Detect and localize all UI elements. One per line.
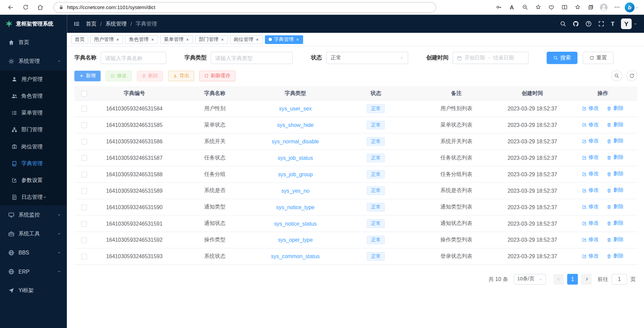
close-icon[interactable]: [116, 38, 120, 41]
row-edit-button[interactable]: 修改: [582, 138, 599, 145]
fullscreen-icon[interactable]: [598, 20, 605, 27]
dict-type-input[interactable]: [211, 52, 293, 64]
browser-essentials-icon[interactable]: [546, 2, 557, 13]
tab-roles[interactable]: 角色管理: [125, 35, 158, 44]
sidebar-item-erp[interactable]: ERP: [0, 262, 67, 281]
password-manager-icon[interactable]: [493, 2, 504, 13]
back-button[interactable]: [5, 1, 16, 13]
tab-menus[interactable]: 菜单管理: [160, 35, 193, 44]
row-delete-button[interactable]: 删除: [607, 138, 624, 145]
sidebar-item-posts[interactable]: 岗位管理: [0, 138, 67, 155]
sidebar-item-departments[interactable]: 部门管理: [0, 121, 67, 138]
close-icon[interactable]: [256, 38, 259, 41]
sidebar-item-home[interactable]: 首页: [0, 33, 67, 52]
address-bar[interactable]: https://ccnetcore.com:1101/system/dict: [53, 2, 436, 13]
edit-button[interactable]: 修改: [105, 71, 132, 81]
sidebar-item-users[interactable]: 用户管理: [0, 71, 67, 87]
breadcrumb-home[interactable]: 首页: [86, 20, 97, 28]
delete-button[interactable]: 删除: [137, 71, 163, 81]
select-all-checkbox[interactable]: [81, 91, 87, 96]
export-button[interactable]: 导出: [168, 71, 194, 81]
more-options-icon[interactable]: [611, 2, 622, 13]
refresh-table-button[interactable]: [626, 70, 637, 81]
dict-type-link[interactable]: sys_notice_status: [274, 220, 316, 226]
row-delete-button[interactable]: 删除: [607, 220, 624, 227]
sidebar-item-dictionary[interactable]: 字典管理: [0, 155, 67, 172]
sidebar-item-yi-framework[interactable]: Yi框架: [0, 281, 67, 300]
row-checkbox[interactable]: [81, 237, 87, 243]
sidebar-item-system-management[interactable]: 系统管理: [0, 52, 67, 71]
tab-departments[interactable]: 部门管理: [195, 35, 228, 44]
row-checkbox[interactable]: [81, 155, 87, 161]
row-delete-button[interactable]: 删除: [607, 154, 624, 161]
zoom-icon[interactable]: [519, 2, 530, 13]
row-edit-button[interactable]: 修改: [582, 105, 599, 112]
close-icon[interactable]: [186, 38, 189, 41]
tab-posts[interactable]: 岗位管理: [230, 35, 263, 44]
refresh-cache-button[interactable]: 刷新缓存: [199, 71, 235, 81]
toggle-search-button[interactable]: [611, 70, 622, 81]
sidebar-item-system-tools[interactable]: 系统工具: [0, 224, 67, 243]
row-checkbox[interactable]: [81, 172, 87, 177]
row-delete-button[interactable]: 删除: [607, 187, 624, 194]
row-edit-button[interactable]: 修改: [582, 203, 599, 210]
collections-icon[interactable]: [585, 2, 596, 13]
row-edit-button[interactable]: 修改: [582, 187, 599, 194]
status-select[interactable]: 正常: [326, 52, 408, 64]
row-checkbox[interactable]: [81, 204, 87, 210]
split-screen-icon[interactable]: [559, 2, 570, 13]
end-date-input[interactable]: 结束日期: [493, 54, 514, 61]
next-page-button[interactable]: [581, 274, 592, 284]
home-button[interactable]: [35, 1, 46, 13]
refresh-button[interactable]: [20, 1, 31, 13]
dict-type-link[interactable]: sys_job_status: [278, 155, 313, 161]
row-edit-button[interactable]: 修改: [582, 121, 599, 128]
row-edit-button[interactable]: 修改: [582, 154, 599, 161]
font-size-icon[interactable]: T: [611, 20, 614, 27]
breadcrumb-system[interactable]: 系统管理: [105, 20, 127, 28]
start-date-input[interactable]: 开始日期: [464, 54, 485, 61]
dict-type-link[interactable]: sys_notice_type: [276, 204, 315, 210]
profile-avatar[interactable]: [598, 2, 609, 13]
chevron-down-icon[interactable]: [633, 22, 637, 26]
sidebar-item-menus[interactable]: 菜单管理: [0, 104, 67, 121]
row-delete-button[interactable]: 删除: [607, 253, 624, 260]
bing-icon[interactable]: b: [625, 2, 634, 12]
date-range-picker[interactable]: 开始日期 - 结束日期: [453, 52, 528, 64]
user-avatar[interactable]: Y: [621, 18, 632, 29]
read-aloud-icon[interactable]: A: [506, 2, 517, 13]
row-delete-button[interactable]: 删除: [607, 236, 624, 243]
row-checkbox[interactable]: [81, 188, 87, 194]
search-icon[interactable]: [560, 20, 567, 27]
dict-type-link[interactable]: sys_yes_no: [281, 187, 310, 193]
row-edit-button[interactable]: 修改: [582, 253, 599, 260]
tab-home[interactable]: 首页: [71, 35, 88, 44]
dict-type-link[interactable]: sys_normal_disable: [272, 138, 319, 144]
sidebar-item-parameters[interactable]: 参数设置: [0, 172, 67, 188]
row-checkbox[interactable]: [81, 221, 87, 227]
sidebar-toggle[interactable]: [74, 20, 80, 27]
close-icon[interactable]: [221, 38, 224, 41]
dict-name-input[interactable]: [101, 52, 167, 64]
close-icon[interactable]: [151, 38, 154, 41]
search-button[interactable]: 搜索: [547, 52, 578, 64]
sidebar-item-system-monitor[interactable]: 系统监控: [0, 205, 67, 224]
add-button[interactable]: 新增: [74, 71, 100, 81]
row-checkbox[interactable]: [81, 254, 87, 260]
current-page-button[interactable]: 1: [567, 274, 578, 284]
row-delete-button[interactable]: 删除: [607, 203, 624, 210]
dict-type-link[interactable]: sys_job_group: [278, 171, 313, 177]
row-delete-button[interactable]: 删除: [607, 121, 624, 128]
row-edit-button[interactable]: 修改: [582, 171, 599, 178]
sidebar-item-logs[interactable]: 日志管理: [0, 188, 67, 205]
github-icon[interactable]: [573, 20, 580, 27]
sidebar-item-bbs[interactable]: BBS: [0, 243, 67, 262]
reset-button[interactable]: 重置: [583, 52, 614, 64]
tab-users[interactable]: 用户管理: [90, 35, 123, 44]
favorites-icon[interactable]: [572, 2, 583, 13]
row-delete-button[interactable]: 删除: [607, 105, 624, 112]
goto-page-input[interactable]: [611, 274, 627, 284]
dict-type-link[interactable]: sys_oper_type: [278, 237, 313, 243]
page-size-select[interactable]: 10条/页: [514, 274, 546, 284]
tab-dictionary[interactable]: 字典管理: [265, 35, 303, 44]
